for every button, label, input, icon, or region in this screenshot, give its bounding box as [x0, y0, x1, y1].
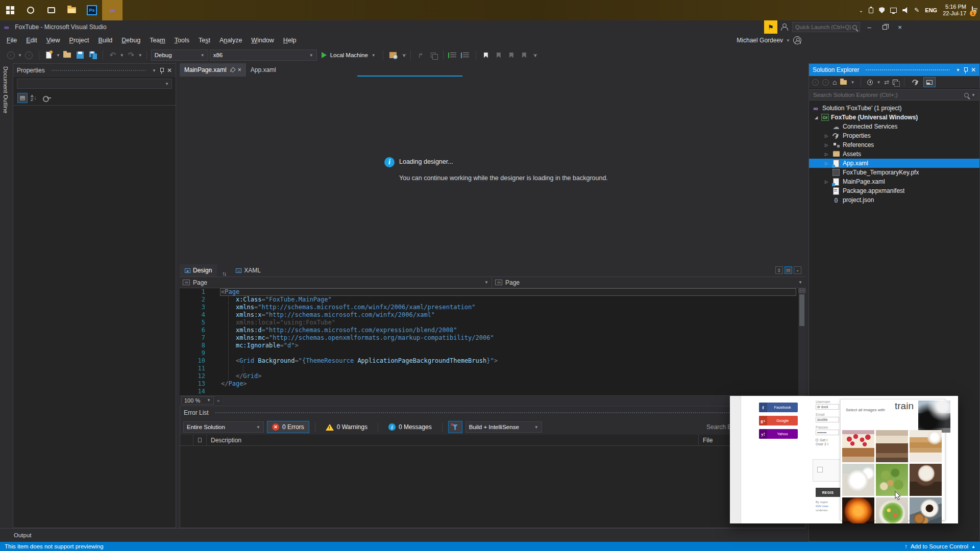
menu-window[interactable]: Window — [247, 37, 278, 44]
configuration-combo[interactable]: Debug▼ — [151, 49, 208, 61]
menu-help[interactable]: Help — [279, 37, 301, 44]
tray-chevron-icon[interactable]: ⌄ — [859, 8, 863, 13]
xaml-designer-surface[interactable]: i Loading designer... You can continue w… — [180, 77, 805, 263]
warnings-filter-button[interactable]: 0 Warnings — [321, 421, 372, 433]
photoshop-button[interactable]: Ps — [82, 0, 102, 20]
email-field[interactable]: doolitle — [816, 417, 839, 422]
xaml-view-tab[interactable]: ⊡XAML — [231, 264, 266, 277]
tree-item-foxtube-temporarykey-pfx[interactable]: FoxTube_TemporaryKey.pfx — [809, 168, 979, 177]
collapse-pane-button[interactable]: ⌄ — [794, 266, 801, 274]
comment-lines-button[interactable] — [448, 49, 459, 61]
menu-edit[interactable]: Edit — [21, 37, 42, 44]
network-icon[interactable] — [890, 8, 897, 13]
code-line-1[interactable]: 1<Page — [180, 288, 805, 296]
breadcrumb-right[interactable]: <> Page ▼ — [492, 277, 805, 288]
find-in-files-button[interactable] — [387, 49, 399, 61]
menu-build[interactable]: Build — [94, 37, 117, 44]
switch-views-button[interactable] — [840, 80, 847, 85]
tree-item-references[interactable]: ▷References — [809, 140, 979, 149]
captcha-tile-pancakes[interactable] — [910, 430, 942, 462]
register-button[interactable]: REGIS — [816, 488, 840, 497]
open-file-button[interactable] — [62, 49, 73, 61]
uncomment-lines-button[interactable] — [460, 49, 472, 61]
severity-column[interactable] — [180, 435, 193, 445]
closed-expander-icon[interactable]: ▷ — [821, 152, 831, 157]
username-field[interactable]: dr dooli — [816, 404, 839, 410]
redo-button[interactable]: ↷ — [126, 49, 137, 61]
start-button[interactable] — [0, 0, 20, 20]
captcha-tile-coffee-cookies[interactable] — [910, 497, 942, 523]
new-file-button[interactable] — [43, 49, 55, 61]
pending-changes-dropdown[interactable]: ▼ — [876, 80, 880, 85]
preview-selected-items-toggle[interactable] — [923, 77, 936, 87]
notification-flag-button[interactable]: ⚑ — [764, 20, 777, 34]
filter-button[interactable]: ✕ — [448, 421, 462, 433]
signed-in-user[interactable]: Michael Gordeev ▼ — [737, 34, 801, 47]
recaptcha-checkbox[interactable] — [817, 467, 823, 472]
cortana-button[interactable] — [20, 0, 41, 20]
action-center-button[interactable]: 1 — [972, 7, 973, 14]
xaml-code-editor[interactable]: 1<Page2 x:Class="FoxTube.MainPage"3 xmln… — [180, 288, 805, 395]
legal-link[interactable]: IGN User — [816, 504, 828, 508]
scroll-left-arrow[interactable]: ◂ — [214, 398, 222, 403]
error-list-header[interactable]: Error List — [180, 406, 805, 419]
horizontal-split-button[interactable]: ▭ — [785, 266, 792, 274]
menu-file[interactable]: File — [2, 37, 21, 44]
code-line-8[interactable]: 8 mc:Ignorable="d"> — [180, 342, 805, 349]
password-field[interactable]: •••••••• — [816, 430, 839, 435]
google-login-button[interactable]: g+Google — [759, 416, 798, 425]
zoom-level-combo[interactable]: 100 %▼ — [181, 396, 214, 405]
tree-item-mainpage-xaml[interactable]: ▷MainPage.xaml — [809, 177, 979, 186]
properties-object-combo[interactable]: ▼ — [13, 77, 176, 90]
platform-combo[interactable]: x86▼ — [210, 49, 317, 61]
code-line-11[interactable]: 11 — [180, 365, 805, 372]
vertical-split-button[interactable]: ▯ — [775, 266, 783, 274]
captcha-tile-coffee-beans[interactable] — [910, 464, 942, 496]
menu-analyze[interactable]: Analyze — [215, 37, 247, 44]
file-explorer-button[interactable] — [61, 0, 82, 20]
navigate-forward-button[interactable]: › — [23, 49, 35, 61]
speaker-icon[interactable] — [902, 7, 909, 13]
pending-changes-filter-button[interactable] — [867, 80, 873, 85]
copy-window-button[interactable] — [428, 49, 439, 61]
category-column[interactable] — [193, 435, 207, 445]
menu-project[interactable]: Project — [65, 37, 94, 44]
closed-expander-icon[interactable]: ▷ — [821, 180, 831, 184]
yahoo-login-button[interactable]: y!Yahoo — [759, 429, 798, 439]
properties-header[interactable]: Properties ▼ ✕ — [13, 64, 176, 77]
window-position-dropdown[interactable]: ▼ — [956, 68, 960, 72]
minimize-button[interactable]: – — [862, 20, 877, 34]
code-line-13[interactable]: 13</Page> — [180, 380, 805, 388]
tree-item-app-xaml[interactable]: ▷App.xaml — [809, 159, 979, 168]
tab-MainPage.xaml[interactable]: MainPage.xaml× — [180, 63, 246, 77]
find-dropdown[interactable]: —▼ — [402, 53, 406, 57]
code-line-14[interactable]: 14 — [180, 388, 805, 395]
captcha-tile-breakfast-plate[interactable] — [842, 464, 874, 496]
close-tab-icon[interactable]: × — [238, 66, 241, 73]
swap-panes-button[interactable]: ↑↓ — [217, 270, 231, 277]
closed-expander-icon[interactable]: ▷ — [821, 161, 831, 166]
tab-App.xaml[interactable]: App.xaml — [246, 63, 281, 77]
close-icon[interactable]: ✕ — [971, 67, 976, 73]
menu-test[interactable]: Test — [194, 37, 215, 44]
code-line-12[interactable]: 12 </Grid> — [180, 372, 805, 380]
menu-view[interactable]: View — [42, 37, 65, 44]
categorized-view-button[interactable]: ▤ — [17, 93, 28, 103]
captcha-tile-walnut-salad[interactable] — [876, 464, 908, 496]
chevron-down-icon[interactable]: ▼ — [484, 280, 488, 285]
se-search-input[interactable] — [813, 92, 964, 98]
alphabetical-sort-button[interactable]: AZ↓ — [31, 94, 37, 102]
menu-debug[interactable]: Debug — [117, 37, 145, 44]
redo-dropdown[interactable]: ▼ — [138, 53, 142, 58]
code-line-2[interactable]: 2 x:Class="FoxTube.MainPage" — [180, 296, 805, 304]
feedback-icon[interactable] — [780, 23, 788, 31]
quick-launch[interactable] — [792, 22, 860, 32]
error-scope-combo[interactable]: Entire Solution▼ — [183, 421, 264, 433]
tree-item-properties[interactable]: ▷Properties — [809, 131, 979, 140]
restore-button[interactable] — [877, 20, 892, 34]
se-forward-button[interactable]: › — [822, 79, 829, 86]
code-line-9[interactable]: 9 — [180, 349, 805, 357]
chevron-down-icon[interactable]: ▼ — [798, 280, 802, 285]
open-expander-icon[interactable]: ◢ — [811, 115, 821, 120]
breadcrumb-left[interactable]: <> Page ▼ — [180, 277, 492, 288]
